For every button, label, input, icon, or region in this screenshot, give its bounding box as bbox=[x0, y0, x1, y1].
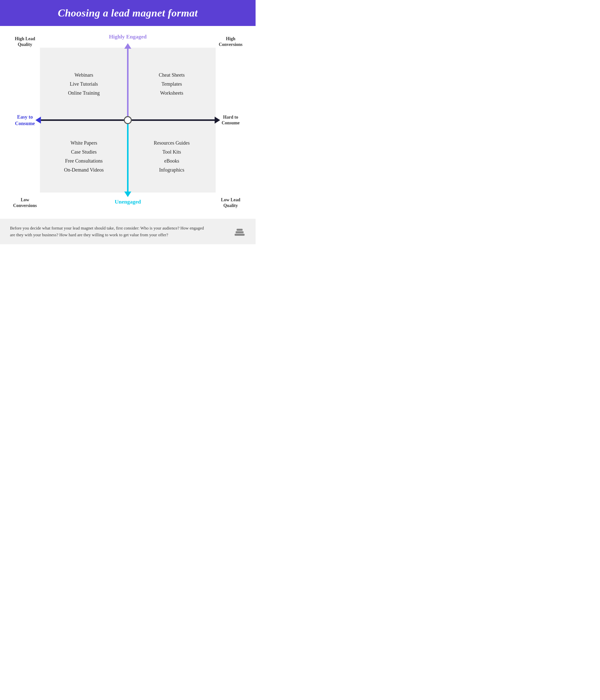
item-on-demand-videos: On-Demand Videos bbox=[64, 166, 104, 173]
vertical-axis-top bbox=[127, 48, 129, 120]
item-webinars: Webinars bbox=[74, 71, 93, 78]
item-white-papers: White Papers bbox=[70, 139, 97, 146]
item-tool-kits: Tool Kits bbox=[162, 148, 181, 155]
item-free-consultations: Free Consultations bbox=[65, 157, 103, 164]
quadrant-wrapper: Easy to Consume Hard to Consume Webinars… bbox=[40, 48, 216, 193]
quadrant-bottom-right: Resources Guides Tool Kits eBooks Infogr… bbox=[128, 120, 216, 193]
item-online-training: Online Training bbox=[68, 90, 100, 96]
footer-text: Before you decide what format your lead … bbox=[10, 225, 205, 238]
easy-to-consume-label: Easy to Consume bbox=[11, 114, 39, 127]
chart-container: High Lead Quality Highly Engaged High Co… bbox=[0, 26, 256, 214]
item-infographics: Infographics bbox=[159, 166, 184, 173]
quadrant-grid: Webinars Live Tutorials Online Training … bbox=[40, 48, 216, 193]
quadrant-top-right: Cheat Sheets Templates Worksheets bbox=[128, 48, 216, 120]
brand-logo bbox=[234, 226, 245, 238]
page-title: Choosing a lead magnet format bbox=[10, 7, 245, 19]
quadrant-bottom-left: White Papers Case Studies Free Consultat… bbox=[40, 120, 128, 193]
item-live-tutorials: Live Tutorials bbox=[70, 80, 98, 88]
header: Choosing a lead magnet format bbox=[0, 0, 256, 26]
svg-rect-2 bbox=[237, 229, 242, 231]
arrow-left-icon bbox=[35, 117, 41, 124]
corner-top-right-label: High Conversions bbox=[216, 33, 245, 48]
hard-to-consume-label: Hard to Consume bbox=[217, 114, 244, 126]
item-templates: Templates bbox=[161, 80, 182, 88]
corner-bottom-left-label: Low Conversions bbox=[10, 195, 40, 209]
arrow-down-icon bbox=[124, 192, 131, 197]
quadrant-area: Easy to Consume Hard to Consume Webinars… bbox=[10, 48, 245, 193]
item-ebooks: eBooks bbox=[164, 157, 179, 164]
vertical-axis-bottom bbox=[127, 120, 129, 193]
svg-rect-1 bbox=[236, 231, 243, 233]
axis-center-circle bbox=[124, 116, 132, 124]
item-cheat-sheets: Cheat Sheets bbox=[159, 71, 185, 78]
arrow-up-icon bbox=[124, 43, 131, 49]
corner-bottom-right-label: Low Lead Quality bbox=[216, 195, 245, 209]
corner-top-left-label: High Lead Quality bbox=[10, 33, 40, 48]
footer: Before you decide what format your lead … bbox=[0, 219, 256, 244]
buffer-logo-icon bbox=[234, 226, 245, 238]
quadrant-top-left: Webinars Live Tutorials Online Training bbox=[40, 48, 128, 120]
item-worksheets: Worksheets bbox=[160, 90, 183, 96]
item-resources-guides: Resources Guides bbox=[154, 139, 190, 146]
arrow-right-icon bbox=[215, 117, 220, 124]
item-case-studies: Case Studies bbox=[71, 148, 97, 155]
svg-rect-0 bbox=[235, 234, 244, 236]
